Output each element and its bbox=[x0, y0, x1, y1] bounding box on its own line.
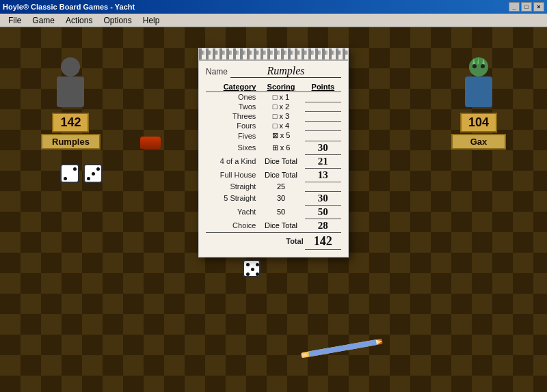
menu-actions[interactable]: Actions bbox=[60, 14, 98, 27]
name-label: Name bbox=[206, 67, 228, 76]
row-points[interactable] bbox=[305, 92, 341, 102]
row-category: Choice bbox=[206, 219, 257, 232]
row-category: Fives bbox=[206, 130, 257, 141]
titlebar: Hoyle® Classic Board Games - Yacht _ □ × bbox=[0, 0, 547, 14]
minimize-button[interactable]: _ bbox=[509, 2, 520, 12]
table-row: Ones□ x 1 bbox=[206, 92, 341, 102]
scorepad-content: Name Rumples Category Scoring Points One… bbox=[199, 61, 348, 257]
total-row: Total 142 bbox=[206, 232, 341, 249]
table-row: Fours□ x 4 bbox=[206, 121, 341, 130]
row-category: Fours bbox=[206, 121, 257, 130]
titlebar-controls: _ □ × bbox=[509, 2, 544, 12]
row-points: 30 bbox=[305, 141, 341, 154]
row-category: Full House bbox=[206, 168, 257, 182]
table-row: Twos□ x 2 bbox=[206, 102, 341, 111]
table-row: Fives⊠ x 5 bbox=[206, 130, 341, 141]
row-points: 21 bbox=[305, 154, 341, 168]
row-points[interactable] bbox=[305, 182, 341, 191]
score-table: Category Scoring Points Ones□ x 1Twos□ x… bbox=[206, 82, 341, 250]
col-points: Points bbox=[305, 82, 341, 92]
row-points[interactable] bbox=[305, 111, 341, 121]
row-scoring: □ x 4 bbox=[257, 121, 304, 130]
row-category: Straight bbox=[206, 182, 257, 191]
pencil bbox=[301, 339, 383, 359]
player2-score: 104 bbox=[460, 113, 497, 132]
spiral-binding bbox=[199, 48, 348, 61]
row-scoring: Dice Total bbox=[257, 219, 304, 232]
row-points: 30 bbox=[305, 191, 341, 205]
die-2[interactable] bbox=[83, 164, 103, 183]
player1-score: 142 bbox=[52, 113, 89, 132]
row-scoring: Dice Total bbox=[257, 154, 304, 168]
player2-name: Gax bbox=[451, 134, 506, 150]
row-category: 4 of a Kind bbox=[206, 154, 257, 168]
player1-name: Rumples bbox=[41, 134, 101, 150]
row-scoring: 50 bbox=[257, 205, 304, 219]
menu-game[interactable]: Game bbox=[27, 14, 60, 27]
row-scoring: □ x 3 bbox=[257, 111, 304, 121]
row-scoring: ⊠ x 5 bbox=[257, 130, 304, 141]
name-line: Name Rumples bbox=[206, 65, 341, 78]
table-row: Sixes⊞ x 630 bbox=[206, 141, 341, 154]
row-scoring: □ x 1 bbox=[257, 92, 304, 102]
row-points: 50 bbox=[305, 205, 341, 219]
table-row: Threes□ x 3 bbox=[206, 111, 341, 121]
row-scoring: 25 bbox=[257, 182, 304, 191]
die-4[interactable] bbox=[243, 260, 261, 277]
table-row: 5 Straight3030 bbox=[206, 191, 341, 205]
row-category: Ones bbox=[206, 92, 257, 102]
row-scoring: Dice Total bbox=[257, 168, 304, 182]
menubar: File Game Actions Options Help bbox=[0, 14, 547, 27]
row-points[interactable] bbox=[305, 121, 341, 130]
player-name-display: Rumples bbox=[230, 65, 341, 78]
titlebar-title: Hoyle® Classic Board Games - Yacht bbox=[3, 3, 135, 11]
menu-file[interactable]: File bbox=[3, 14, 27, 27]
player2-avatar bbox=[455, 55, 503, 109]
svg-rect-1 bbox=[57, 76, 84, 107]
row-category: Sixes bbox=[206, 141, 257, 154]
close-button[interactable]: × bbox=[533, 2, 544, 12]
row-category: Twos bbox=[206, 102, 257, 111]
player1-avatar bbox=[46, 55, 94, 109]
row-scoring: ⊞ x 6 bbox=[257, 141, 304, 154]
score-rows: Ones□ x 1Twos□ x 2Threes□ x 3Fours□ x 4F… bbox=[206, 92, 341, 233]
row-points: 28 bbox=[305, 219, 341, 232]
table-row: Yacht5050 bbox=[206, 205, 341, 219]
col-category: Category bbox=[206, 82, 257, 92]
row-points[interactable] bbox=[305, 102, 341, 111]
row-category: Threes bbox=[206, 111, 257, 121]
row-points: 13 bbox=[305, 168, 341, 182]
die-1[interactable] bbox=[60, 164, 79, 183]
table-header: Category Scoring Points bbox=[206, 82, 341, 92]
table-row: Straight25 bbox=[206, 182, 341, 191]
player1-area: 142 Rumples bbox=[41, 55, 101, 150]
row-scoring: □ x 2 bbox=[257, 102, 304, 111]
col-scoring: Scoring bbox=[257, 82, 304, 92]
player2-area: 104 Gax bbox=[451, 55, 506, 150]
total-value: 142 bbox=[305, 232, 341, 249]
total-label: Total bbox=[206, 232, 305, 249]
token-cylinder bbox=[140, 137, 161, 149]
row-category: Yacht bbox=[206, 205, 257, 219]
scorepad: Name Rumples Category Scoring Points One… bbox=[198, 48, 349, 257]
maximize-button[interactable]: □ bbox=[521, 2, 532, 12]
svg-point-0 bbox=[61, 57, 80, 76]
svg-rect-8 bbox=[465, 76, 492, 107]
game-area: 142 Rumples 104 Gax bbox=[0, 27, 547, 392]
table-row: Full HouseDice Total13 bbox=[206, 168, 341, 182]
svg-point-7 bbox=[481, 64, 485, 68]
table-row: 4 of a KindDice Total21 bbox=[206, 154, 341, 168]
table-row: ChoiceDice Total28 bbox=[206, 219, 341, 232]
row-scoring: 30 bbox=[257, 191, 304, 205]
row-category: 5 Straight bbox=[206, 191, 257, 205]
menu-help[interactable]: Help bbox=[137, 14, 165, 27]
svg-point-6 bbox=[472, 64, 477, 68]
menu-options[interactable]: Options bbox=[98, 14, 137, 27]
row-points[interactable] bbox=[305, 130, 341, 141]
